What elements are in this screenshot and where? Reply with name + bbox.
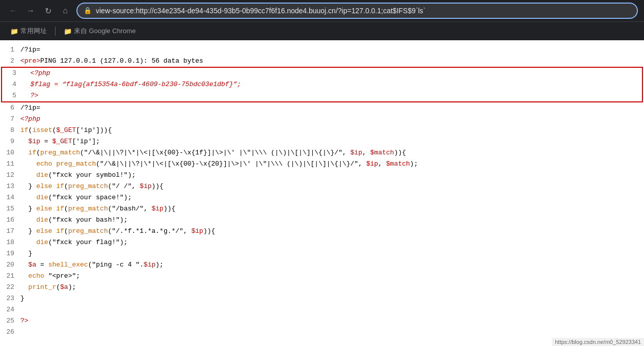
- line-content: <pre>PING 127.0.0.1 (127.0.0.1): 56 data…: [20, 56, 644, 67]
- forward-button[interactable]: →: [23, 4, 38, 18]
- line-content: [20, 327, 644, 338]
- home-icon: ⌂: [63, 6, 68, 15]
- line-number: 16: [0, 215, 20, 226]
- table-row: 19 }: [0, 248, 644, 259]
- line-number: 10: [0, 147, 20, 158]
- table-row: 15 } else if(preg_match("/bash/", $ip)){: [0, 203, 644, 215]
- browser-chrome: ← → ↻ ⌂ 🔒 view-source:http://c34e2354-de…: [0, 0, 644, 40]
- browser-toolbar: ← → ↻ ⌂ 🔒 view-source:http://c34e2354-de…: [0, 0, 644, 21]
- line-content: if(isset($_GET['ip'])){: [20, 125, 644, 136]
- line-number: 11: [0, 158, 20, 170]
- reload-icon: ↻: [45, 6, 51, 16]
- reload-button[interactable]: ↻: [41, 4, 55, 18]
- url-text: view-source:http://c34e2354-de94-435d-93…: [96, 7, 631, 15]
- table-row: 4 $flag = “flag{af15354a-6bdf-4609-b230-…: [2, 79, 642, 90]
- line-number: 18: [0, 237, 20, 248]
- line-content: $a = shell_exec("ping -c 4 ".$ip);: [20, 259, 644, 271]
- table-row: 5 ?>: [2, 90, 642, 101]
- line-number: 8: [0, 125, 20, 136]
- nav-buttons: ← → ↻ ⌂: [6, 4, 72, 18]
- table-row: 21 echo "<pre>";: [0, 271, 644, 282]
- line-content: if(preg_match("/\&|\||\?|\*|\<|[\x{00}-\…: [20, 147, 644, 158]
- line-number: 20: [0, 259, 20, 271]
- line-number: 4: [2, 79, 22, 90]
- line-content: echo "<pre>";: [20, 271, 644, 282]
- table-row: 25?>: [0, 315, 644, 327]
- line-content: }: [20, 293, 644, 304]
- bookmark-label-1: 来自 Google Chrome: [74, 26, 136, 36]
- line-content: <?php: [20, 114, 644, 125]
- bookmarks-bar: 📁 常用网址 📁 来自 Google Chrome: [0, 21, 644, 40]
- line-number: 5: [2, 90, 22, 101]
- line-number: 25: [0, 315, 20, 327]
- line-number: 3: [2, 68, 22, 79]
- table-row: 3 <?php: [2, 68, 642, 79]
- line-number: 2: [0, 56, 20, 67]
- line-number: 6: [0, 102, 20, 114]
- table-row: 2<pre>PING 127.0.0.1 (127.0.0.1): 56 dat…: [0, 56, 644, 67]
- table-row: 13 } else if(preg_match("/ /", $ip)){: [0, 181, 644, 192]
- table-row: 11 echo preg_match("/\&|\||\?|\*|\<|[\x{…: [0, 158, 644, 170]
- back-icon: ←: [9, 6, 17, 15]
- line-content: [20, 304, 644, 315]
- table-row: 20 $a = shell_exec("ping -c 4 ".$ip);: [0, 259, 644, 271]
- bookmark-folder-icon-0: 📁: [10, 28, 18, 35]
- line-number: 14: [0, 192, 20, 203]
- home-button[interactable]: ⌂: [58, 4, 72, 18]
- line-number: 12: [0, 170, 20, 181]
- line-number: 19: [0, 248, 20, 259]
- line-content: echo preg_match("/\&|\||\?|\*|\<|[\x{00}…: [20, 158, 644, 170]
- line-number: 1: [0, 44, 20, 56]
- line-number: 15: [0, 203, 20, 215]
- line-content: /?ip=: [20, 102, 644, 114]
- status-bar: https://blog.csdn.ne/m0_52923341: [552, 338, 644, 346]
- table-row: 26: [0, 327, 644, 338]
- line-number: 7: [0, 114, 20, 125]
- line-content: ?>: [22, 90, 642, 101]
- line-number: 26: [0, 327, 20, 338]
- line-content: $ip = $_GET['ip'];: [20, 136, 644, 147]
- line-content: die("fxck your space!");: [20, 192, 644, 203]
- table-row: 7<?php: [0, 114, 644, 125]
- back-button[interactable]: ←: [6, 4, 20, 18]
- bookmark-folder-icon-1: 📁: [64, 28, 72, 35]
- line-content: ?>: [20, 315, 644, 327]
- line-content: die("fxck your flag!");: [20, 237, 644, 248]
- line-content: print_r($a);: [20, 282, 644, 293]
- line-content: } else if(preg_match("/ /", $ip)){: [20, 181, 644, 192]
- line-content: die("fxck your symbol!");: [20, 170, 644, 181]
- table-row: 14 die("fxck your space!");: [0, 192, 644, 203]
- table-row: 10 if(preg_match("/\&|\||\?|\*|\<|[\x{00…: [0, 147, 644, 158]
- line-content: $flag = “flag{af15354a-6bdf-4609-b230-75…: [22, 79, 642, 90]
- line-content: /?ip=: [20, 44, 644, 56]
- line-content: }: [20, 248, 644, 259]
- line-number: 21: [0, 271, 20, 282]
- table-row: 12 die("fxck your symbol!");: [0, 170, 644, 181]
- forward-icon: →: [26, 6, 35, 15]
- table-row: 17 } else if(preg_match("/.*f.*1.*a.*g.*…: [0, 226, 644, 237]
- line-number: 17: [0, 226, 20, 237]
- bookmark-item-1[interactable]: 📁 来自 Google Chrome: [60, 24, 140, 38]
- table-row: 1/?ip=: [0, 44, 644, 56]
- table-row: 6/?ip=: [0, 102, 644, 114]
- bookmark-label-0: 常用网址: [20, 26, 47, 36]
- line-content: } else if(preg_match("/.*f.*1.*a.*g.*/",…: [20, 226, 644, 237]
- line-number: 23: [0, 293, 20, 304]
- source-viewer: 1/?ip=2<pre>PING 127.0.0.1 (127.0.0.1): …: [0, 40, 644, 346]
- table-row: 8if(isset($_GET['ip'])){: [0, 125, 644, 136]
- line-number: 9: [0, 136, 20, 147]
- bookmark-separator: [55, 26, 56, 36]
- highlighted-php-block: 3 <?php4 $flag = “flag{af15354a-6bdf-460…: [1, 67, 643, 102]
- table-row: 23}: [0, 293, 644, 304]
- table-row: 9 $ip = $_GET['ip'];: [0, 136, 644, 147]
- security-icon: 🔒: [84, 7, 92, 15]
- line-number: 24: [0, 304, 20, 315]
- address-bar[interactable]: 🔒 view-source:http://c34e2354-de94-435d-…: [76, 3, 638, 19]
- table-row: 18 die("fxck your flag!");: [0, 237, 644, 248]
- bookmark-item-0[interactable]: 📁 常用网址: [6, 24, 51, 38]
- table-row: 16 die("fxck your bash!");: [0, 215, 644, 226]
- line-content: } else if(preg_match("/bash/", $ip)){: [20, 203, 644, 215]
- table-row: 24: [0, 304, 644, 315]
- line-content: die("fxck your bash!");: [20, 215, 644, 226]
- line-number: 22: [0, 282, 20, 293]
